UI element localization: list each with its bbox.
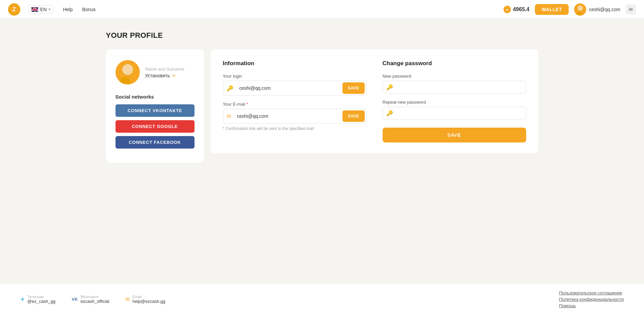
new-password-wrap: 🔑: [383, 81, 526, 94]
connect-google-button[interactable]: CONNECT GOOGLE: [115, 120, 195, 133]
main-nav: EN ▾ Help Bonus: [28, 5, 504, 14]
footer-telegram-label: Телеграм @ez_cash_gg: [27, 295, 55, 304]
page-title: YOUR PROFILE: [106, 31, 538, 40]
flag-icon: [31, 7, 38, 12]
footer-link-help[interactable]: Помощь: [559, 303, 624, 308]
wallet-button[interactable]: WALLET: [535, 4, 569, 15]
footer-email: ✉ Email help@ezcash.gg: [125, 295, 165, 304]
footer-vk-type: ВКонтакте: [80, 295, 109, 299]
new-password-input[interactable]: [396, 81, 526, 93]
new-password-label: New password: [383, 74, 526, 79]
connect-facebook-button[interactable]: CONNECT FACEBOOK: [115, 136, 195, 149]
new-password-icon: 🔑: [383, 84, 396, 90]
avatar-info: Name and Surname Установить ✏: [145, 67, 184, 78]
footer-telegram-type: Телеграм: [27, 295, 55, 299]
connect-vk-button[interactable]: CONNECT VKONTAKTE: [115, 104, 195, 117]
login-input[interactable]: [237, 82, 341, 94]
nav-help[interactable]: Help: [59, 5, 77, 14]
footer-links: Пользовательское соглашение Политика кон…: [559, 290, 624, 308]
repeat-password-label: Repeat new password: [383, 100, 526, 105]
social-title: Social networks: [115, 94, 195, 100]
password-section-title: Change password: [383, 60, 526, 67]
telegram-icon: ✈: [20, 296, 25, 303]
lang-selector[interactable]: EN ▾: [28, 5, 53, 14]
login-icon: 🔑: [223, 85, 237, 91]
footer-vk: VK ВКонтакте ezcash_official: [72, 295, 109, 304]
coin-icon: ●: [504, 6, 511, 13]
svg-rect-8: [31, 9, 38, 10]
user-email-display: ceshi@qq.com: [589, 7, 620, 12]
header-right: ● 4965.4 WALLET ceshi@qq.com ✉: [504, 3, 636, 16]
balance-amount: 4965.4: [513, 6, 530, 12]
footer-email-handle: help@ezcash.gg: [132, 299, 165, 304]
nav-bonus[interactable]: Bonus: [78, 5, 100, 14]
avatar-name-label: Name and Surname: [145, 67, 184, 72]
svg-point-12: [122, 64, 133, 75]
footer: ✈ Телеграм @ez_cash_gg VK ВКонтакте ezca…: [0, 283, 644, 315]
email-icon: ✉: [223, 113, 234, 120]
footer-email-type: Email: [132, 295, 165, 299]
right-card: Information Your login 🔑 SAVE Your E-mai…: [211, 49, 538, 153]
footer-link-agreement[interactable]: Пользовательское соглашение: [559, 290, 624, 295]
avatar-section: Name and Surname Установить ✏: [115, 60, 195, 84]
user-avatar-wrap: ceshi@qq.com: [574, 3, 620, 16]
right-card-inner: Information Your login 🔑 SAVE Your E-mai…: [223, 60, 526, 142]
save-password-button[interactable]: SAVE: [383, 128, 526, 142]
edit-icon[interactable]: ✏: [172, 73, 176, 78]
footer-vk-handle: ezcash_official: [80, 299, 109, 304]
save-email-button[interactable]: SAVE: [342, 110, 365, 122]
footer-vk-label: ВКонтакте ezcash_official: [80, 295, 109, 304]
avatar-set-name: Установить ✏: [145, 73, 184, 78]
big-avatar-svg: [115, 60, 140, 84]
message-icon[interactable]: ✉: [626, 4, 636, 15]
big-avatar: [115, 60, 140, 84]
required-star: *: [245, 102, 248, 107]
repeat-password-input[interactable]: [396, 107, 526, 119]
avatar-svg: [574, 3, 586, 16]
coin-balance: ● 4965.4: [504, 6, 530, 13]
main-content: YOUR PROFILE Name and Surname Установить…: [86, 19, 559, 283]
vk-icon: VK: [72, 297, 78, 302]
password-section: Change password New password 🔑 Repeat ne…: [383, 60, 526, 142]
header: Z EN ▾ Help Bonus ● 4965.4 WALLET: [0, 0, 644, 19]
confirmation-note: * Confirmation link will be sent to the …: [223, 126, 366, 131]
email-input[interactable]: [234, 110, 341, 122]
repeat-password-icon: 🔑: [383, 110, 396, 116]
email-input-row: ✉ SAVE: [223, 109, 366, 124]
info-section-title: Information: [223, 60, 366, 67]
left-card: Name and Surname Установить ✏ Social net…: [106, 49, 204, 163]
svg-point-9: [577, 5, 583, 11]
footer-link-privacy[interactable]: Политика конфиденциальности: [559, 297, 624, 302]
footer-telegram-handle: @ez_cash_gg: [27, 299, 55, 304]
social-section: Social networks CONNECT VKONTAKTE CONNEC…: [115, 94, 195, 149]
save-login-button[interactable]: SAVE: [342, 82, 365, 94]
chevron-down-icon: ▾: [49, 7, 50, 11]
email-footer-icon: ✉: [125, 296, 130, 303]
login-input-row: 🔑 SAVE: [223, 81, 366, 96]
repeat-password-wrap: 🔑: [383, 107, 526, 120]
avatar: [574, 3, 586, 16]
email-label: Your E-mail *: [223, 102, 366, 107]
logo[interactable]: Z: [8, 3, 20, 16]
login-label: Your login: [223, 74, 366, 79]
profile-grid: Name and Surname Установить ✏ Social net…: [106, 49, 538, 163]
footer-telegram: ✈ Телеграм @ez_cash_gg: [20, 295, 55, 304]
info-section: Information Your login 🔑 SAVE Your E-mai…: [223, 60, 366, 142]
footer-email-label: Email help@ezcash.gg: [132, 295, 165, 304]
